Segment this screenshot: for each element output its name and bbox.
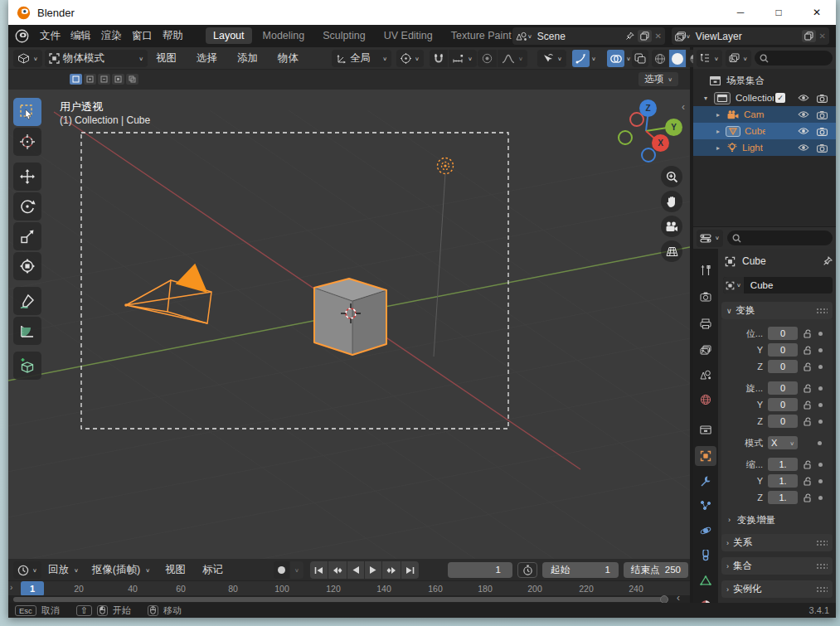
animate-dot[interactable] [818, 332, 823, 336]
select-mode-subtract[interactable] [98, 74, 110, 85]
outliner-editor-type-button[interactable]: ∨ [697, 50, 722, 67]
ortho-toggle-control[interactable] [661, 240, 682, 262]
next-keyframe-button[interactable] [382, 561, 401, 579]
current-frame-field[interactable]: 1 [448, 562, 512, 578]
cube-object-row[interactable]: ▸ Cube [693, 123, 836, 139]
tab-collection-props[interactable] [695, 420, 716, 439]
shading-solid-button[interactable] [669, 50, 686, 67]
object-id-icon[interactable]: ∨ [723, 277, 744, 294]
tool-transform[interactable] [13, 252, 41, 280]
cube-object[interactable] [314, 279, 386, 355]
select-mode-extend[interactable] [84, 74, 96, 85]
region-collapse-icon[interactable]: ‹ [677, 592, 680, 604]
viewport-canvas[interactable] [8, 90, 690, 559]
proportional-falloff-dropdown[interactable]: ∨ [498, 50, 527, 67]
transform-orientation-dropdown[interactable]: 全局 ∨ [332, 50, 391, 67]
properties-search-input[interactable] [727, 231, 833, 245]
camera-object[interactable] [124, 264, 211, 323]
expand-caret-icon[interactable]: ▾ [704, 95, 707, 102]
outliner-search-input[interactable] [755, 51, 833, 66]
animate-dot[interactable] [818, 420, 823, 424]
outliner-filter-button[interactable]: ∨ [726, 50, 751, 67]
tab-tool[interactable] [695, 260, 716, 280]
rotation-z-field[interactable]: 0 [768, 415, 798, 428]
snap-settings-dropdown[interactable]: ∨ [449, 50, 477, 67]
viewport[interactable]: Z Y X 用户透视 (1) Collection | Cube ‹ [8, 90, 690, 559]
horizontal-scrollbar[interactable] [13, 597, 665, 602]
object-name-field[interactable]: ∨ Cube [723, 277, 833, 294]
tool-select-box[interactable] [13, 98, 41, 126]
lock-icon[interactable] [804, 460, 812, 469]
use-preview-range-toggle[interactable] [517, 562, 537, 578]
tab-output[interactable] [695, 313, 716, 333]
relations-panel-header[interactable]: ›关系 [721, 534, 833, 551]
tab-physics[interactable] [695, 521, 716, 541]
options-button[interactable]: 选项 ∨ [638, 72, 678, 86]
hide-viewport-icon[interactable] [798, 143, 809, 152]
expand-caret-icon[interactable]: ▸ [716, 144, 720, 152]
shading-wireframe-button[interactable] [652, 50, 668, 67]
menu-help[interactable]: 帮助 [158, 29, 188, 43]
panel-grip[interactable] [816, 563, 828, 569]
select-mode-new[interactable] [70, 74, 82, 85]
animate-dot[interactable] [818, 403, 823, 407]
play-reverse-button[interactable] [347, 561, 364, 579]
show-overlays-toggle[interactable] [607, 50, 624, 67]
location-y-field[interactable]: 0 [768, 343, 798, 357]
jump-to-end-button[interactable] [401, 561, 419, 579]
tool-annotate[interactable] [13, 287, 41, 315]
animate-dot[interactable] [818, 441, 822, 445]
properties-editor-type-button[interactable]: ∨ [697, 230, 723, 247]
jump-to-start-button[interactable] [310, 561, 328, 579]
lock-icon[interactable] [804, 477, 812, 486]
timeline-editor-type-button[interactable]: ∨ [13, 561, 41, 579]
disable-render-icon[interactable] [817, 143, 828, 153]
scale-z-field[interactable]: 1. [768, 491, 798, 504]
blender-menu-icon[interactable] [15, 29, 29, 43]
editor-type-button[interactable]: ∨ [13, 50, 42, 67]
breadcrumb-object[interactable]: Cube [742, 255, 766, 267]
tab-object[interactable] [695, 446, 716, 466]
menu-view[interactable]: 视图 [165, 563, 186, 577]
rotation-x-field[interactable]: 0 [768, 381, 798, 395]
scale-y-field[interactable]: 1. [768, 474, 798, 488]
tab-material[interactable] [695, 595, 716, 603]
scene-selector[interactable]: ∨ Scene ✕ [512, 27, 665, 45]
scale-x-field[interactable]: 1. [768, 458, 798, 471]
menu-select[interactable]: 选择 [197, 51, 217, 66]
panel-grip[interactable] [816, 540, 828, 546]
pan-control[interactable] [661, 191, 682, 212]
tab-view-layer[interactable] [695, 340, 716, 360]
rotation-mode-dropdown[interactable]: X∨ [768, 436, 798, 449]
pin-icon[interactable] [823, 256, 833, 266]
delta-transform-panel[interactable]: ›变换增量 [728, 512, 836, 527]
workspace-tab-layout[interactable]: Layout [206, 27, 252, 44]
close-button[interactable]: ✕ [798, 0, 836, 25]
mode-dropdown[interactable]: 物体模式 ∨ [45, 50, 148, 67]
tool-move[interactable] [13, 163, 41, 191]
menu-edit[interactable]: 编辑 [66, 29, 96, 43]
camera-object-row[interactable]: ▸ Camera [693, 106, 836, 123]
location-x-field[interactable]: 0 [768, 327, 798, 340]
region-expand-icon[interactable]: › [10, 583, 12, 592]
hide-viewport-icon[interactable] [798, 127, 809, 135]
hide-viewport-icon[interactable] [798, 110, 809, 119]
expand-caret-icon[interactable]: ▸ [716, 111, 720, 119]
lock-icon[interactable] [804, 362, 812, 371]
tool-measure[interactable] [13, 317, 41, 345]
menu-add[interactable]: 添加 [237, 51, 258, 66]
animate-dot[interactable] [818, 463, 823, 467]
axis-y-ball[interactable]: Y [665, 119, 682, 136]
new-viewlayer-icon[interactable] [802, 30, 816, 42]
tab-particles[interactable] [695, 496, 716, 516]
collections-panel-header[interactable]: ›集合 [721, 557, 833, 575]
select-mode-intersect[interactable] [126, 74, 138, 85]
gizmo-dropdown[interactable]: ∨ [591, 56, 596, 61]
proportional-editing-toggle[interactable] [478, 50, 497, 67]
transform-panel-header[interactable]: ∨变换 [721, 302, 833, 319]
new-scene-icon[interactable] [638, 30, 652, 42]
tool-cursor[interactable] [13, 128, 41, 156]
menu-keying[interactable]: 抠像(插帧) [92, 563, 140, 577]
zoom-control[interactable] [661, 166, 682, 187]
timeline-ruler[interactable]: › 20 40 60 80 100 120 140 160 180 200 22… [8, 580, 690, 595]
